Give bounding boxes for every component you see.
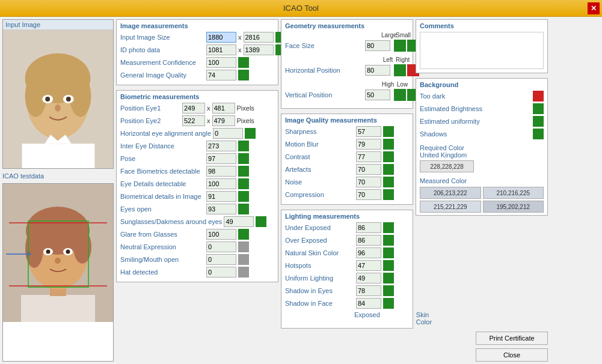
too-dark-label: Too dark bbox=[420, 93, 531, 100]
smiling-value[interactable] bbox=[206, 254, 236, 265]
id-photo-value2[interactable] bbox=[244, 44, 274, 55]
measured-color-grid: 206,213,222 210,216,225 215,221,229 195,… bbox=[420, 187, 544, 213]
noise-row: Noise bbox=[285, 177, 409, 187]
natural-skin-value[interactable] bbox=[356, 247, 381, 258]
print-certificate-button[interactable]: Print Certificate bbox=[476, 332, 548, 345]
motion-blur-value[interactable] bbox=[356, 139, 381, 150]
color-swatch-1: 210,216,225 bbox=[483, 187, 544, 199]
face-size-value[interactable] bbox=[365, 40, 390, 51]
artefacts-label: Artefacts bbox=[285, 166, 354, 173]
motion-blur-row: Motion Blur bbox=[285, 139, 409, 150]
shadows-indicator bbox=[533, 129, 544, 139]
background-section: Background Too dark Estimated Brightness… bbox=[416, 78, 548, 216]
svg-rect-16 bbox=[21, 295, 95, 322]
shadow-face-value[interactable] bbox=[356, 298, 381, 309]
h-eye-align-row: Horizontal eye alignment angle bbox=[120, 128, 274, 139]
testdata-image-area bbox=[3, 184, 113, 322]
neutral-expr-value[interactable] bbox=[206, 241, 236, 252]
v-pos-value[interactable] bbox=[365, 89, 390, 100]
inter-eye-value[interactable] bbox=[206, 141, 236, 151]
svg-point-8 bbox=[70, 75, 91, 117]
id-photo-value1[interactable] bbox=[206, 44, 236, 55]
measurement-confidence-indicator bbox=[238, 57, 249, 68]
over-exposed-label: Over Exposed bbox=[285, 237, 354, 244]
face-size-row: Face Size bbox=[285, 40, 409, 52]
color-swatch-3: 195,202,212 bbox=[483, 201, 544, 213]
svg-point-7 bbox=[25, 75, 47, 117]
compression-value[interactable] bbox=[356, 189, 381, 200]
h-eye-align-indicator bbox=[245, 128, 256, 139]
eye-det-label: Eye Details detectable bbox=[120, 180, 204, 187]
comments-section: Comments bbox=[416, 19, 548, 73]
h-eye-align-label: Horizontal eye alignment angle bbox=[120, 130, 211, 137]
input-image-size-value2[interactable] bbox=[244, 32, 274, 43]
pos-eye2-v1[interactable] bbox=[182, 115, 205, 126]
smiling-label: Smiling/Mouth open bbox=[120, 256, 204, 263]
sunglasses-label: Sunglasses/Dakmess around eyes bbox=[120, 218, 222, 225]
natural-skin-label: Natural Skin Color bbox=[285, 249, 354, 256]
input-image-area bbox=[3, 30, 113, 168]
lighting-title: Lighting measurements bbox=[285, 213, 409, 220]
neutral-expr-row: Neutral Expression bbox=[120, 241, 274, 252]
over-exposed-row: Over Exposed bbox=[285, 235, 409, 246]
h-eye-align-value[interactable] bbox=[213, 128, 243, 139]
h-pos-value[interactable] bbox=[365, 65, 390, 76]
contrast-label: Contrast bbox=[285, 153, 354, 160]
close-window-button[interactable]: ✕ bbox=[588, 2, 600, 14]
hotspots-label: Hotspots bbox=[285, 262, 354, 269]
pose-value[interactable] bbox=[206, 153, 236, 164]
eyes-open-value[interactable] bbox=[206, 204, 236, 214]
shadow-face-indicator bbox=[383, 298, 394, 309]
hotspots-indicator bbox=[383, 260, 394, 271]
sharpness-label: Sharpness bbox=[285, 128, 354, 135]
bio-details-value[interactable] bbox=[206, 191, 236, 202]
over-exposed-value[interactable] bbox=[356, 235, 381, 246]
pos-eye1-label: Position Eye1 bbox=[120, 105, 180, 112]
input-image-size-value1[interactable] bbox=[206, 32, 236, 43]
contrast-row: Contrast bbox=[285, 151, 409, 162]
h-pos-label: Horizontal Position bbox=[285, 67, 363, 74]
compression-label: Compression bbox=[285, 191, 354, 198]
h-pos-row: Horizontal Position bbox=[285, 64, 409, 76]
pose-label: Pose bbox=[120, 155, 204, 162]
contrast-value[interactable] bbox=[356, 151, 381, 162]
svg-point-26 bbox=[55, 258, 61, 264]
pos-eye1-v2[interactable] bbox=[212, 103, 235, 114]
x-separator-2: x bbox=[238, 46, 242, 53]
left-panel: Input Image bbox=[2, 19, 114, 362]
pos-eye2-v2[interactable] bbox=[212, 115, 235, 126]
input-image-size-row: Input Image Size x bbox=[120, 32, 274, 43]
pos-eye1-v1[interactable] bbox=[182, 103, 205, 114]
general-quality-value[interactable] bbox=[206, 70, 236, 80]
motion-blur-label: Motion Blur bbox=[285, 141, 354, 148]
high-label: High bbox=[381, 81, 395, 88]
comments-area[interactable] bbox=[420, 32, 544, 69]
sunglasses-value[interactable] bbox=[224, 216, 254, 227]
under-exposed-value[interactable] bbox=[356, 222, 381, 233]
pos-eye2-unit: Pixels bbox=[237, 117, 254, 124]
uniform-lighting-value[interactable] bbox=[356, 273, 381, 284]
artefacts-value[interactable] bbox=[356, 164, 381, 175]
eye-det-value[interactable] bbox=[206, 178, 236, 189]
under-exposed-row: Under Exposed bbox=[285, 222, 409, 233]
shadow-eyes-value[interactable] bbox=[356, 285, 381, 296]
svg-point-13 bbox=[55, 105, 61, 112]
mid-left-panel: Image measurements Input Image Size x ID… bbox=[116, 19, 278, 362]
testdata-image-box bbox=[2, 183, 114, 362]
over-exposed-indicator bbox=[383, 235, 394, 246]
measurement-confidence-value[interactable] bbox=[206, 57, 236, 68]
v-pos-high-indicator bbox=[394, 89, 406, 101]
face-bio-value[interactable] bbox=[206, 166, 236, 177]
est-uniformity-label: Estimated uniformity bbox=[420, 118, 531, 125]
hotspots-value[interactable] bbox=[356, 260, 381, 271]
hat-indicator bbox=[238, 267, 249, 278]
sharpness-value[interactable] bbox=[356, 126, 381, 137]
glare-value[interactable] bbox=[206, 229, 236, 240]
close-button[interactable]: Close bbox=[476, 348, 548, 362]
hat-value[interactable] bbox=[206, 267, 236, 278]
noise-value[interactable] bbox=[356, 177, 381, 187]
eyes-open-label: Eyes open bbox=[120, 205, 204, 213]
natural-skin-indicator bbox=[383, 247, 394, 258]
input-image-box: Input Image bbox=[2, 19, 114, 169]
under-exposed-indicator bbox=[383, 222, 394, 233]
